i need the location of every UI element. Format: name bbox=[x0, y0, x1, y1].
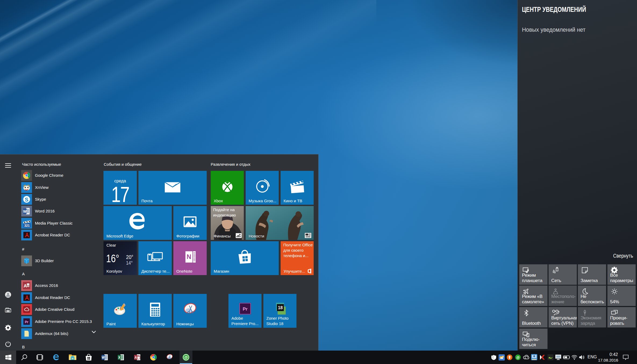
svg-text:W: W bbox=[102, 356, 105, 359]
svg-text:X: X bbox=[118, 356, 120, 359]
svg-text:Pr: Pr bbox=[25, 320, 28, 324]
svg-text:Pr: Pr bbox=[243, 307, 248, 312]
svg-text:321: 321 bbox=[24, 224, 30, 228]
svg-text:@: @ bbox=[184, 355, 188, 359]
svg-text:W: W bbox=[23, 209, 27, 214]
svg-text:@: @ bbox=[516, 356, 520, 359]
svg-text:18: 18 bbox=[278, 305, 283, 310]
svg-text:N: N bbox=[187, 253, 191, 260]
svg-text:A: A bbox=[24, 283, 27, 289]
svg-text:S: S bbox=[25, 197, 28, 203]
svg-text:A: A bbox=[135, 356, 137, 359]
